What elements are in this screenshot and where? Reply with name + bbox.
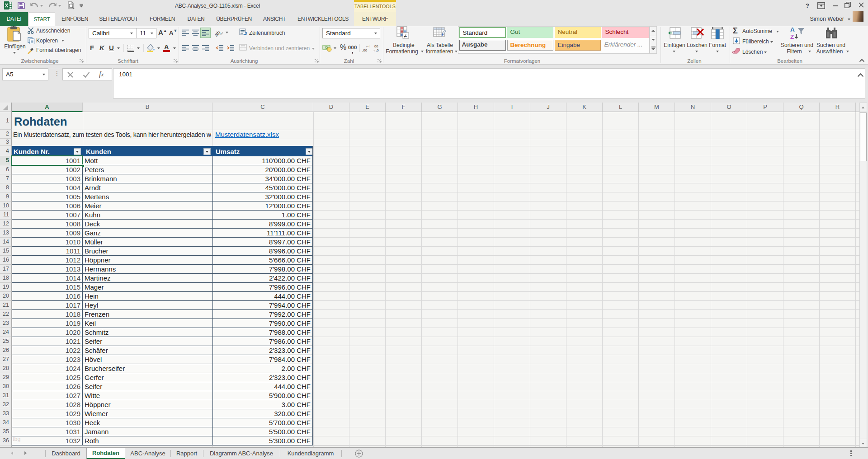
svg-text:Z: Z bbox=[790, 33, 794, 40]
svg-text:≠: ≠ bbox=[404, 33, 407, 39]
svg-text:ab: ab bbox=[215, 29, 222, 37]
svg-text:,00: ,00 bbox=[362, 48, 368, 52]
svg-text:A: A bbox=[790, 26, 795, 33]
svg-text:→,0: →,0 bbox=[372, 48, 379, 52]
